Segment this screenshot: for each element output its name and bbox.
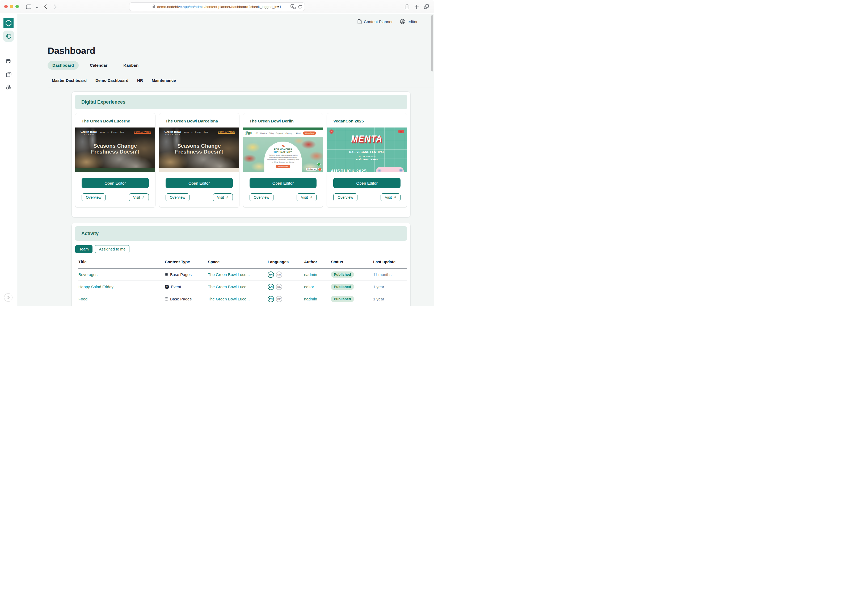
row-author-link[interactable]: nadmin bbox=[304, 272, 331, 277]
order-now-button: ORDER NOW bbox=[276, 165, 290, 168]
card-title: The Green Bowl Barcelona bbox=[159, 113, 239, 128]
subtab-maintenance[interactable]: Maintenance bbox=[152, 78, 176, 83]
open-editor-button[interactable]: Open Editor bbox=[82, 178, 149, 188]
visit-button[interactable]: Visit ↗ bbox=[213, 193, 233, 201]
address-bar[interactable]: demo.nodehive.app/en/admin/content-plann… bbox=[129, 2, 305, 11]
modules-nav-icon[interactable] bbox=[6, 85, 12, 91]
row-space-link[interactable]: The Green Bowl Luce... bbox=[208, 284, 268, 289]
activity-table: Title Content Type Space Languages Autho… bbox=[78, 260, 407, 306]
view-tabs: Dashboard Calendar Kanban bbox=[48, 61, 143, 70]
minimize-window-button[interactable] bbox=[10, 5, 13, 8]
whatsapp-bubble-icon bbox=[317, 162, 321, 166]
overview-button[interactable]: Overview bbox=[250, 193, 273, 201]
visit-button[interactable]: Visit ↗ bbox=[129, 193, 149, 201]
open-editor-button[interactable]: Open Editor bbox=[250, 178, 317, 188]
svg-text:A: A bbox=[291, 5, 293, 8]
row-title-link[interactable]: Happy Salad Friday bbox=[78, 284, 165, 289]
chevron-down-icon[interactable] bbox=[34, 4, 40, 11]
sidebar-toggle-icon[interactable] bbox=[25, 3, 32, 10]
leaf-icon bbox=[281, 145, 284, 147]
order-now-pill: Order Now bbox=[303, 131, 316, 135]
table-row: Happy Salad Friday 17 Event The Green Bo… bbox=[78, 281, 407, 293]
overview-button[interactable]: Overview bbox=[333, 193, 357, 201]
site-preview-berlin: The GREEN BOWL GB Classics Gifting Corpo… bbox=[243, 128, 323, 172]
content-planner-nav-icon[interactable] bbox=[6, 59, 11, 65]
back-button[interactable] bbox=[42, 3, 49, 10]
app-sidebar bbox=[0, 14, 17, 306]
row-title-link[interactable]: Beverages bbox=[78, 272, 165, 277]
preview-nav: GB Classics Gifting Corporate Catering bbox=[254, 132, 294, 134]
section-title: Digital Experiences bbox=[81, 99, 126, 105]
expand-sidebar-button[interactable] bbox=[4, 293, 12, 302]
visit-button[interactable]: Visit ↗ bbox=[381, 193, 400, 201]
activity-panel: Activity Team Assigned to me Title Conte… bbox=[71, 223, 411, 306]
row-author-link[interactable]: nadmin bbox=[304, 297, 331, 301]
overview-button[interactable]: Overview bbox=[82, 193, 105, 201]
language-badge-de[interactable]: DE bbox=[276, 272, 282, 278]
lock-icon bbox=[153, 5, 155, 9]
experience-card-berlin: The Green Bowl Berlin The GREEN BOWL GB … bbox=[243, 113, 324, 208]
dashboard-subtabs: Master Dashboard Demo Dashboard HR Maint… bbox=[52, 78, 176, 83]
user-circle-icon bbox=[400, 19, 405, 24]
table-header: Title Content Type Space Languages Autho… bbox=[78, 260, 407, 269]
activity-banner: Activity bbox=[75, 226, 407, 241]
chat-bubble-icon bbox=[318, 168, 322, 171]
visit-button[interactable]: Visit ↗ bbox=[297, 193, 316, 201]
row-title-link[interactable]: Food bbox=[78, 297, 165, 301]
subtab-hr[interactable]: HR bbox=[137, 78, 143, 83]
new-tab-icon[interactable] bbox=[413, 3, 420, 10]
tab-calendar[interactable]: Calendar bbox=[85, 61, 112, 70]
tab-overview-icon[interactable] bbox=[423, 3, 430, 10]
language-badge-en[interactable]: EN bbox=[268, 284, 274, 290]
share-icon[interactable] bbox=[403, 3, 410, 10]
main-content: Content Planner editor Dashboard Dashboa… bbox=[17, 14, 434, 306]
language-badge-en[interactable]: EN bbox=[268, 272, 274, 278]
site-preview-barcelona: Green Bowl BARCELONA Home Menu ⌄ Events … bbox=[159, 128, 239, 172]
card-title: The Green Bowl Lucerne bbox=[75, 113, 155, 128]
language-badge-de[interactable]: DE bbox=[276, 284, 282, 290]
preview-topbar bbox=[243, 128, 323, 130]
filter-assigned-button[interactable]: Assigned to me bbox=[95, 245, 129, 253]
preview-headline: Seasons Change Freshness Doesn't bbox=[159, 143, 239, 155]
toolbar-divider bbox=[40, 4, 40, 9]
site-preview-vegancon: M MENTA DAS VEGANE FESTIVAL 27. -29. JUN… bbox=[327, 128, 407, 172]
zoom-window-button[interactable] bbox=[16, 5, 19, 8]
overview-button[interactable]: Overview bbox=[166, 193, 189, 201]
subtab-demo-dashboard[interactable]: Demo Dashboard bbox=[95, 78, 129, 83]
user-menu[interactable]: editor bbox=[400, 19, 417, 24]
spaces-icon[interactable] bbox=[3, 31, 14, 42]
illustration-shape bbox=[376, 167, 404, 172]
row-author-link[interactable]: editor bbox=[304, 284, 331, 289]
forward-button[interactable] bbox=[51, 3, 59, 10]
filter-team-button[interactable]: Team bbox=[75, 245, 93, 253]
external-link-icon: ↗ bbox=[393, 195, 396, 199]
hamburger-icon: ☰ bbox=[318, 132, 321, 134]
table-row: HR Manager Jobs The Green Bowl Luce... bbox=[78, 305, 407, 306]
subtab-master-dashboard[interactable]: Master Dashboard bbox=[52, 78, 87, 83]
last-update: 1 year bbox=[373, 284, 407, 289]
digital-experiences-panel: Digital Experiences The Green Bowl Lucer… bbox=[71, 91, 411, 218]
url-text: demo.nodehive.app/en/admin/content-plann… bbox=[157, 5, 281, 9]
preview-cta: BOOK A TABLE bbox=[218, 131, 235, 134]
nodehive-logo[interactable] bbox=[3, 18, 14, 28]
preview-nav: Home Menu ⌄ Events Jobs bbox=[92, 131, 124, 133]
menta-logo: MENTA bbox=[327, 134, 407, 144]
tab-kanban[interactable]: Kanban bbox=[119, 61, 143, 70]
content-planner-link[interactable]: Content Planner bbox=[358, 19, 392, 24]
digital-experiences-banner: Digital Experiences bbox=[75, 95, 407, 109]
row-space-link[interactable]: The Green Bowl Luce... bbox=[208, 297, 268, 301]
language-badge-de[interactable]: DE bbox=[276, 296, 282, 302]
pages-nav-icon[interactable] bbox=[6, 72, 11, 78]
status-badge: Published bbox=[331, 272, 354, 278]
close-window-button[interactable] bbox=[4, 5, 8, 8]
preview-footer-band bbox=[75, 168, 155, 172]
tab-dashboard[interactable]: Dashboard bbox=[48, 61, 79, 70]
open-editor-button[interactable]: Open Editor bbox=[166, 178, 233, 188]
reload-icon[interactable] bbox=[298, 5, 302, 9]
language-badge-en[interactable]: EN bbox=[268, 296, 274, 302]
scrollbar[interactable] bbox=[431, 15, 433, 71]
row-space-link[interactable]: The Green Bowl Luce... bbox=[208, 272, 268, 277]
translate-icon[interactable]: A bbox=[290, 4, 296, 10]
experience-card-barcelona: The Green Bowl Barcelona Green Bowl BARC… bbox=[159, 113, 239, 208]
open-editor-button[interactable]: Open Editor bbox=[333, 178, 400, 188]
